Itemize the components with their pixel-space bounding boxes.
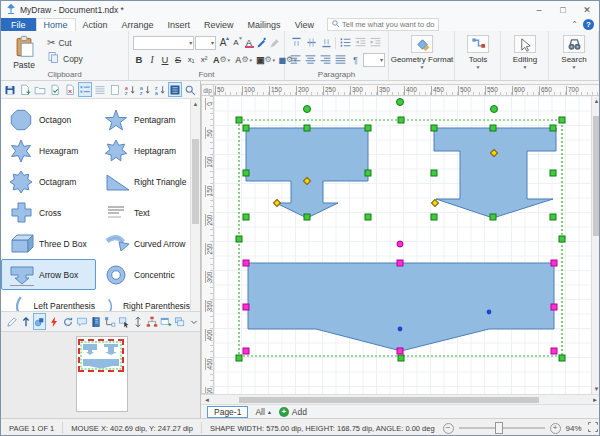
- bullet-list-button[interactable]: [338, 35, 352, 50]
- magenta-rotation-handle[interactable]: [397, 241, 403, 247]
- align-middle-button[interactable]: [304, 35, 318, 50]
- green-handle[interactable]: [559, 355, 565, 361]
- scroll-down-icon[interactable]: ▼: [592, 384, 600, 394]
- green-handle[interactable]: [550, 125, 556, 131]
- magenta-handle[interactable]: [243, 260, 249, 266]
- tell-me-search[interactable]: [327, 18, 439, 31]
- file-new-icon[interactable]: [18, 82, 32, 97]
- align-bottom-button[interactable]: [319, 35, 333, 50]
- grow-font-button[interactable]: A▲: [217, 35, 229, 50]
- font-size-select[interactable]: ▾: [195, 36, 216, 50]
- underline-button[interactable]: U: [159, 52, 171, 67]
- paste-button[interactable]: Paste: [5, 34, 43, 70]
- indent-button[interactable]: [368, 35, 382, 50]
- sort-az-icon[interactable]: az: [138, 82, 152, 97]
- green-handle[interactable]: [398, 355, 404, 361]
- shape-item-right-triangle[interactable]: Right Triangle: [96, 166, 191, 197]
- maximize-button[interactable]: □: [551, 1, 575, 18]
- magenta-handle[interactable]: [397, 260, 403, 266]
- green-handle[interactable]: [243, 170, 249, 176]
- shape-item-cross[interactable]: Cross: [1, 197, 96, 228]
- green-handle[interactable]: [236, 117, 242, 123]
- green-handle[interactable]: [550, 214, 556, 220]
- horizontal-scrollbar[interactable]: ◂ ▸: [201, 394, 600, 404]
- zoom-out-button[interactable]: −: [443, 423, 454, 434]
- blue-control-point[interactable]: [398, 327, 403, 332]
- green-handle[interactable]: [431, 170, 437, 176]
- shape-item-left-paren[interactable]: Left Parenthesis: [1, 290, 96, 311]
- pencil-icon[interactable]: [5, 313, 18, 330]
- scrollbar-thumb[interactable]: [192, 139, 199, 224]
- geometry-format-button[interactable]: Geometry Format▼: [389, 31, 455, 80]
- magenta-handle[interactable]: [397, 348, 403, 354]
- shape-item-octagram[interactable]: Octagram: [1, 166, 96, 197]
- green-handle[interactable]: [243, 125, 249, 131]
- tab-file[interactable]: File: [1, 18, 36, 31]
- vertical-scrollbar[interactable]: ▲ ▼: [591, 96, 600, 394]
- shape-item-concentric[interactable]: Concentric: [96, 259, 191, 290]
- blue-control-point[interactable]: [487, 310, 492, 315]
- tab-insert[interactable]: Insert: [161, 18, 198, 31]
- tab-mailings[interactable]: Mailings: [241, 18, 288, 31]
- sort-mix-icon[interactable]: az: [123, 82, 137, 97]
- view-page-icon[interactable]: [108, 82, 122, 97]
- strikethrough-button[interactable]: S: [172, 52, 184, 67]
- comment-icon[interactable]: [75, 313, 88, 330]
- green-handle[interactable]: [243, 214, 249, 220]
- yellow-control-handle[interactable]: [273, 199, 280, 206]
- green-handle[interactable]: [365, 214, 371, 220]
- shape-item-hexagram[interactable]: Hexagram: [1, 135, 96, 166]
- magenta-handle[interactable]: [551, 348, 557, 354]
- arrow-up-icon[interactable]: [19, 313, 32, 330]
- green-handle[interactable]: [559, 117, 565, 123]
- shape-item-text[interactable]: Text: [96, 197, 191, 228]
- shrink-font-button[interactable]: A▼: [230, 35, 242, 50]
- align-left-button[interactable]: [289, 52, 303, 67]
- text-stroke-button[interactable]: A⚙▾: [233, 52, 254, 67]
- pilcrow-button[interactable]: ¶: [348, 52, 362, 67]
- shape-list-scrollbar[interactable]: ▲: [190, 99, 200, 311]
- scrollbar-thumb[interactable]: [239, 397, 539, 403]
- rotation-handle[interactable]: [304, 106, 311, 113]
- magenta-handle[interactable]: [551, 304, 557, 310]
- bold-button[interactable]: B: [133, 52, 145, 67]
- editing-button[interactable]: Editing▼: [501, 31, 549, 80]
- shape-item-pentagram[interactable]: Pentagram: [96, 104, 191, 135]
- shapes-tool-icon[interactable]: [33, 313, 46, 330]
- font-name-select[interactable]: ▾: [133, 36, 194, 50]
- green-handle[interactable]: [559, 236, 565, 242]
- chev-down-icon[interactable]: [187, 313, 200, 330]
- green-handle[interactable]: [398, 117, 404, 123]
- line-spacing-select[interactable]: ▾: [363, 53, 385, 67]
- tab-home[interactable]: Home: [36, 18, 76, 31]
- shape-item-octagon[interactable]: Octagon: [1, 104, 96, 135]
- magenta-handle[interactable]: [243, 304, 249, 310]
- search-input[interactable]: [342, 20, 435, 29]
- page-thumbnail[interactable]: [76, 336, 128, 412]
- scroll-left-icon[interactable]: ◂: [201, 396, 213, 404]
- connector-icon[interactable]: [103, 313, 116, 330]
- subscript-button[interactable]: x₁: [185, 52, 197, 67]
- green-handle[interactable]: [431, 214, 437, 220]
- fit-page-icon[interactable]: [587, 421, 599, 435]
- magenta-handle[interactable]: [243, 348, 249, 354]
- text-highlight-button[interactable]: ▣⚙▾: [255, 52, 276, 67]
- file-del-icon[interactable]: [63, 82, 77, 97]
- shape-item-three-d-box[interactable]: Three D Box: [1, 228, 96, 259]
- scroll-up-icon[interactable]: ▲: [191, 99, 200, 109]
- shape-item-curved-arrow[interactable]: Curved Arrow: [96, 228, 191, 259]
- magnifier-icon[interactable]: [183, 82, 197, 97]
- text-fill-button[interactable]: A⚙▾: [211, 52, 232, 67]
- close-button[interactable]: ✕: [575, 1, 599, 18]
- win-new-icon[interactable]: [159, 313, 172, 330]
- tab-action[interactable]: Action: [76, 18, 115, 31]
- search-button[interactable]: Search▼: [549, 31, 599, 80]
- all-pages-dropdown[interactable]: All▲: [255, 407, 271, 417]
- file-check-icon[interactable]: [48, 82, 62, 97]
- shape-item-heptagram[interactable]: Heptagram: [96, 135, 191, 166]
- italic-button[interactable]: I: [146, 52, 158, 67]
- tab-arrange[interactable]: Arrange: [115, 18, 161, 31]
- superscript-button[interactable]: x²: [198, 52, 210, 67]
- shape-item-right-paren[interactable]: Right Parenthesis: [96, 290, 191, 311]
- copy-button[interactable]: Copy: [47, 51, 83, 66]
